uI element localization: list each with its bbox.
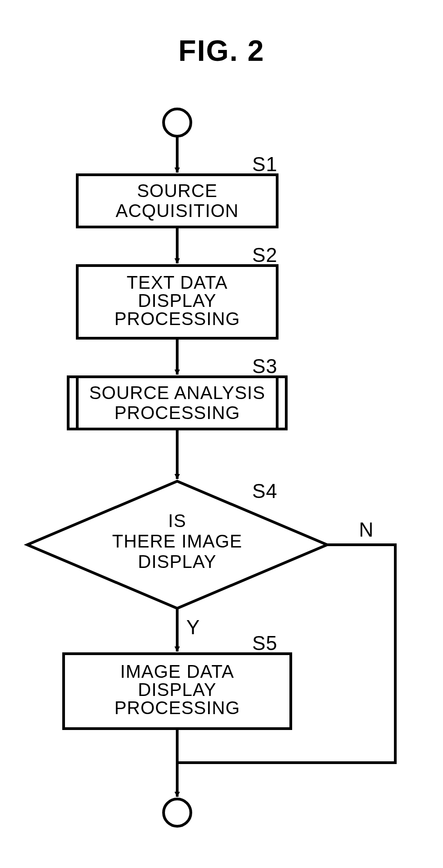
s5-line2: DISPLAY: [138, 680, 217, 700]
branch-no: N: [359, 518, 373, 541]
s4-line2: THERE IMAGE: [112, 531, 243, 551]
s3-label: S3: [252, 355, 278, 377]
s1-label: S1: [252, 153, 278, 175]
s2-label: S2: [252, 244, 278, 266]
s4-line3: DISPLAY: [138, 552, 217, 572]
s5-line3: PROCESSING: [114, 698, 240, 718]
step-s4: IS THERE IMAGE DISPLAY S4: [27, 480, 327, 608]
branch-yes: Y: [186, 616, 199, 638]
end-terminator: [164, 799, 191, 826]
s2-line1: TEXT DATA: [127, 272, 228, 292]
s2-line3: PROCESSING: [114, 309, 240, 329]
start-terminator: [164, 109, 191, 136]
s1-line1: SOURCE: [137, 181, 217, 201]
s4-label: S4: [252, 480, 278, 502]
s5-label: S5: [252, 632, 278, 654]
s4-line1: IS: [168, 511, 186, 531]
s2-line2: DISPLAY: [138, 291, 217, 311]
s5-line1: IMAGE DATA: [120, 661, 234, 681]
s1-line2: ACQUISITION: [115, 201, 239, 221]
flowchart-svg: SOURCE ACQUISITION S1 TEXT DATA DISPLAY …: [0, 0, 443, 868]
s3-line2: PROCESSING: [114, 403, 240, 423]
s3-line1: SOURCE ANALYSIS: [89, 383, 265, 403]
